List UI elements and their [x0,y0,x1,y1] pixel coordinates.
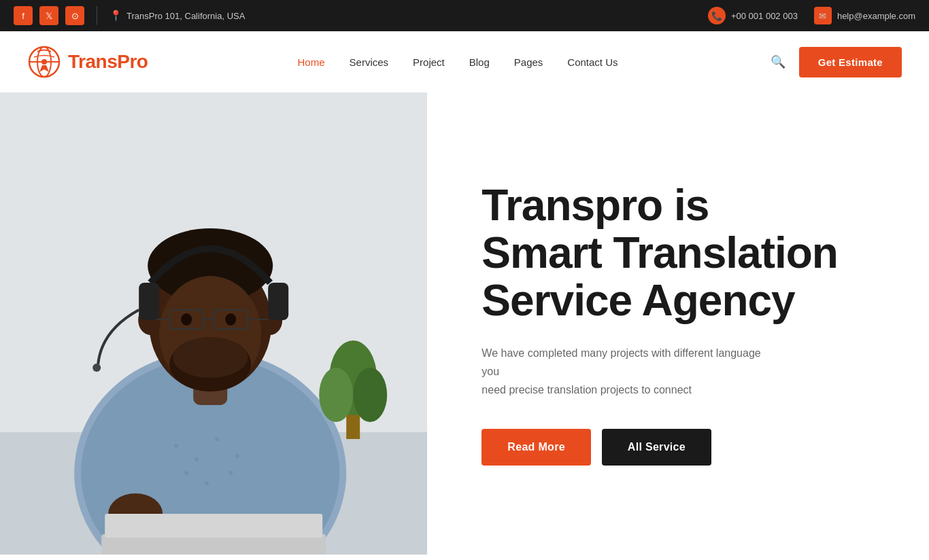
hero-image [0,92,427,555]
svg-point-8 [174,444,178,448]
phone-text: +00 001 002 003 [731,11,798,21]
svg-rect-40 [105,514,322,538]
logo-text: TransPro [68,51,148,73]
search-icon[interactable]: 🔍 [768,52,788,72]
nav-blog[interactable]: Blog [469,54,490,71]
twitter-icon[interactable]: 𝕏 [39,6,58,25]
hero-title: Transpro is Smart Translation Service Ag… [482,181,875,325]
address-info: 📍 TransPro 101, California, USA [109,10,245,22]
hero-section: Transpro is Smart Translation Service Ag… [0,92,929,555]
address-text: TransPro 101, California, USA [126,11,245,21]
hero-description: We have completed many projects with dif… [482,344,767,400]
divider [97,6,97,25]
hero-buttons: Read More All Service [482,429,875,466]
email-text: help@example.com [837,11,915,21]
nav-contact[interactable]: Contact Us [567,54,618,71]
top-bar-right: 📞 +00 001 002 003 ✉ help@example.com [708,7,915,24]
hero-content: Transpro is Smart Translation Service Ag… [427,92,929,555]
svg-point-12 [184,471,188,475]
social-icons: f 𝕏 ⊙ [14,6,84,25]
svg-rect-31 [268,283,288,320]
get-estimate-button[interactable]: Get Estimate [799,47,902,77]
svg-point-29 [173,337,248,378]
svg-point-9 [195,457,199,461]
dribbble-icon[interactable]: ⊙ [65,6,84,25]
nav-right: 🔍 Get Estimate [768,47,902,77]
nav-project[interactable]: Project [413,54,445,71]
phone-info: 📞 +00 001 002 003 [708,7,798,24]
svg-point-14 [205,481,209,485]
logo-icon [27,45,61,79]
top-bar: f 𝕏 ⊙ 📍 TransPro 101, California, USA 📞 … [0,0,929,31]
nav-home[interactable]: Home [298,54,325,71]
svg-point-3 [41,59,47,65]
logo[interactable]: TransPro [27,45,148,79]
svg-rect-30 [139,283,159,320]
top-bar-left: f 𝕏 ⊙ 📍 TransPro 101, California, USA [14,6,245,25]
phone-icon: 📞 [708,7,726,24]
svg-point-10 [215,437,219,441]
svg-point-11 [235,454,239,458]
all-service-button[interactable]: All Service [602,429,711,466]
email-info: ✉ help@example.com [814,7,915,24]
nav-services[interactable]: Services [350,54,389,71]
hero-photo [0,92,427,555]
facebook-icon[interactable]: f [14,6,33,25]
svg-point-44 [353,368,387,422]
svg-point-13 [229,471,233,475]
svg-point-32 [92,364,101,372]
svg-point-26 [181,313,192,326]
header: TransPro Home Services Project Blog Page… [0,31,929,92]
svg-point-43 [319,368,353,422]
location-icon: 📍 [109,10,122,22]
read-more-button[interactable]: Read More [482,429,591,466]
email-icon: ✉ [814,7,832,24]
svg-point-27 [225,313,236,326]
nav-pages[interactable]: Pages [514,54,543,71]
main-nav: Home Services Project Blog Pages Contact… [298,54,618,71]
